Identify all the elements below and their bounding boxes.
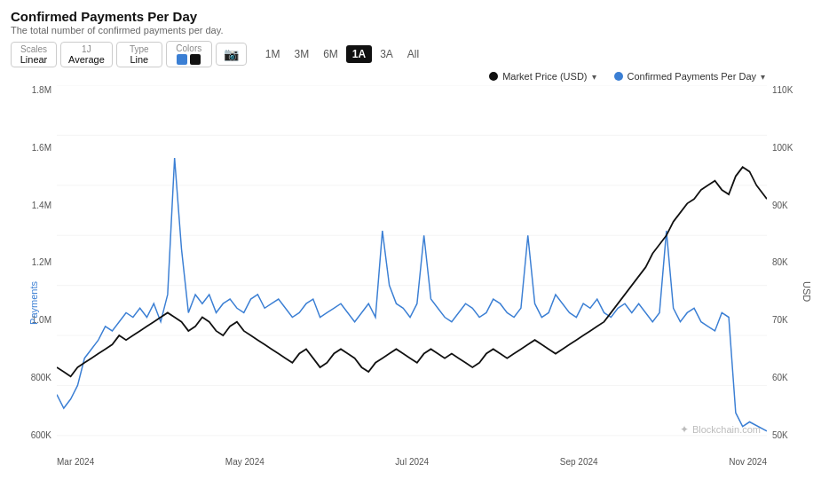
chart-title: Confirmed Payments Per Day	[11, 9, 818, 24]
color-swatches	[177, 54, 201, 65]
blue-line	[57, 158, 767, 431]
type-label: Type	[130, 44, 149, 54]
time-btn-6m[interactable]: 6M	[317, 45, 344, 63]
x-label-mar: Mar 2024	[57, 457, 94, 467]
legend-dot-black	[489, 72, 498, 81]
time-btn-all[interactable]: All	[401, 45, 425, 63]
chart-legend: Market Price (USD) ▾ Confirmed Payments …	[11, 71, 818, 82]
type-control[interactable]: Type Line	[116, 42, 162, 67]
y-axis-left: 1.8M 1.6M 1.4M 1.2M 1.0M 800K 600K	[11, 85, 57, 440]
y-left-4: 1.2M	[32, 257, 51, 267]
time-btn-3m[interactable]: 3M	[288, 45, 315, 63]
scales-control[interactable]: Scales Linear	[11, 42, 57, 67]
colors-control[interactable]: Colors	[166, 41, 212, 67]
legend-label-market-price: Market Price (USD)	[502, 71, 587, 82]
y-left-2: 1.6M	[32, 143, 51, 153]
legend-confirmed-payments[interactable]: Confirmed Payments Per Day ▾	[614, 71, 766, 82]
black-line	[57, 167, 767, 376]
legend-market-price[interactable]: Market Price (USD) ▾	[489, 71, 596, 82]
y-axis-label-payments: Payments	[28, 281, 39, 325]
swatch-blue	[177, 54, 187, 65]
y-right-3: 90K	[772, 201, 788, 210]
type-value: Line	[130, 54, 148, 65]
x-label-jul: Jul 2024	[395, 457, 429, 467]
legend-dot-blue	[614, 72, 623, 81]
y-left-6: 800K	[31, 373, 51, 382]
chart-subtitle: The total number of confirmed payments p…	[11, 25, 818, 35]
scales-value: Linear	[20, 54, 48, 65]
y-right-1: 110K	[772, 85, 793, 95]
page-container: Confirmed Payments Per Day The total num…	[0, 0, 829, 504]
x-label-sep: Sep 2024	[560, 457, 598, 467]
watermark-icon: ✦	[680, 423, 689, 436]
time-btn-1m[interactable]: 1M	[259, 45, 287, 63]
colors-label: Colors	[176, 43, 201, 53]
chart-wrapper: 1.8M 1.6M 1.4M 1.2M 1.0M 800K 600K Payme…	[11, 85, 818, 467]
chart-header: Confirmed Payments Per Day The total num…	[11, 9, 818, 35]
y-right-7: 50K	[772, 430, 788, 440]
legend-caret-market-price: ▾	[592, 72, 596, 82]
time-btn-3a[interactable]: 3A	[374, 45, 399, 63]
y-axis-right: 110K 100K 90K 80K 70K 60K 50K	[767, 85, 818, 440]
x-label-nov: Nov 2024	[729, 457, 767, 467]
chart-svg	[57, 85, 767, 440]
time-controls: 1M 3M 6M 1A 3A All	[259, 45, 425, 63]
scales-label: Scales	[20, 44, 47, 54]
screenshot-button[interactable]: 📷	[216, 43, 247, 66]
legend-label-confirmed-payments: Confirmed Payments Per Day	[628, 71, 757, 82]
y-right-6: 60K	[772, 373, 788, 382]
y-left-3: 1.4M	[32, 201, 51, 210]
x-axis: Mar 2024 May 2024 Jul 2024 Sep 2024 Nov …	[57, 457, 767, 467]
legend-caret-confirmed-payments: ▾	[761, 72, 765, 82]
period-label: 1J	[82, 44, 91, 54]
y-left-7: 600K	[31, 430, 51, 440]
period-control[interactable]: 1J Average	[60, 42, 113, 67]
y-right-2: 100K	[772, 143, 793, 153]
y-right-4: 80K	[772, 257, 788, 267]
controls-bar: Scales Linear 1J Average Type Line Color…	[11, 41, 818, 67]
time-btn-1a[interactable]: 1A	[346, 45, 372, 63]
chart-svg-container	[57, 85, 767, 440]
swatch-black	[190, 54, 201, 65]
y-left-1: 1.8M	[32, 85, 51, 95]
watermark: ✦ Blockchain.com	[680, 423, 761, 436]
period-value: Average	[68, 54, 105, 65]
x-label-may: May 2024	[225, 457, 264, 467]
chart-area: Market Price (USD) ▾ Confirmed Payments …	[11, 71, 818, 479]
watermark-text: Blockchain.com	[692, 424, 761, 435]
y-right-5: 70K	[772, 315, 788, 325]
